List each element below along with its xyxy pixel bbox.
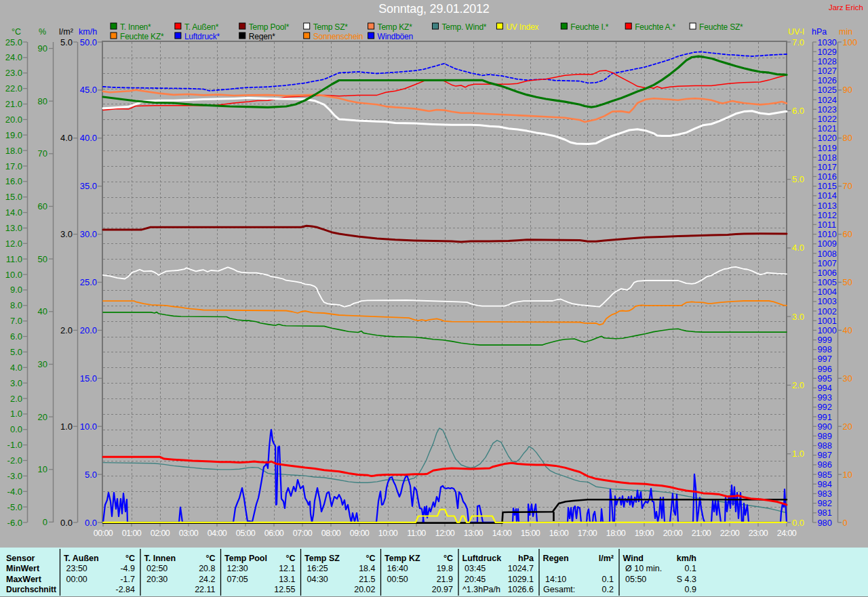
- svg-text:Temp SZ: Temp SZ: [304, 554, 340, 563]
- svg-text:7.0: 7.0: [10, 316, 22, 326]
- svg-text:21.0: 21.0: [5, 99, 22, 109]
- svg-text:1023: 1023: [818, 104, 837, 115]
- svg-text:Sonntag, 29.01.2012: Sonntag, 29.01.2012: [378, 2, 490, 16]
- svg-text:Temp Pool: Temp Pool: [224, 554, 267, 563]
- svg-text:12.0: 12.0: [5, 239, 22, 249]
- svg-text:Feuchte A.*: Feuchte A.*: [635, 22, 675, 32]
- svg-text:18.4: 18.4: [359, 564, 375, 573]
- svg-text:17.0: 17.0: [5, 161, 22, 171]
- svg-text:04:30: 04:30: [307, 575, 328, 584]
- svg-text:90: 90: [38, 43, 47, 54]
- svg-text:05:50: 05:50: [625, 575, 646, 584]
- svg-text:10.0: 10.0: [5, 270, 22, 280]
- svg-text:0.2: 0.2: [602, 585, 614, 594]
- svg-text:20.8: 20.8: [199, 564, 215, 573]
- svg-text:hPa: hPa: [518, 554, 534, 563]
- svg-text:999: 999: [818, 335, 832, 345]
- svg-text:16:25: 16:25: [307, 564, 328, 573]
- svg-text:Temp. Wind*: Temp. Wind*: [442, 22, 487, 32]
- svg-text:20.0: 20.0: [80, 325, 97, 335]
- svg-text:1007: 1007: [818, 258, 837, 268]
- svg-text:07:05: 07:05: [227, 575, 248, 584]
- svg-text:25.0: 25.0: [80, 277, 97, 287]
- svg-text:8.0: 8.0: [10, 300, 22, 310]
- svg-text:-3.0: -3.0: [7, 471, 22, 481]
- svg-text:984: 984: [818, 479, 832, 489]
- svg-text:1013: 1013: [818, 201, 837, 211]
- svg-text:10: 10: [38, 464, 47, 474]
- svg-text:987: 987: [818, 450, 832, 460]
- svg-text:Regen: Regen: [543, 554, 569, 563]
- svg-text:Feuchte I.*: Feuchte I.*: [570, 22, 608, 32]
- svg-text:1029: 1029: [818, 47, 837, 57]
- svg-text:^1.3hPa/h: ^1.3hPa/h: [462, 585, 500, 594]
- svg-text:-4.9: -4.9: [120, 564, 135, 573]
- svg-text:UV-I: UV-I: [788, 27, 804, 37]
- svg-text:12:30: 12:30: [227, 564, 248, 573]
- svg-text:1006: 1006: [818, 268, 837, 278]
- svg-text:19.8: 19.8: [437, 564, 453, 573]
- svg-text:980: 980: [818, 518, 832, 528]
- svg-text:°C: °C: [366, 554, 375, 563]
- svg-text:20.0: 20.0: [5, 115, 22, 125]
- svg-text:13:00: 13:00: [464, 529, 484, 538]
- svg-text:986: 986: [818, 459, 832, 470]
- svg-text:990: 990: [818, 421, 832, 432]
- svg-text:1028: 1028: [818, 56, 837, 66]
- svg-text:1003: 1003: [818, 296, 837, 306]
- svg-text:5.0: 5.0: [792, 174, 804, 184]
- svg-text:30: 30: [843, 373, 852, 384]
- svg-text:T. Außen: T. Außen: [64, 554, 99, 563]
- svg-text:1002: 1002: [818, 306, 837, 316]
- svg-text:23.0: 23.0: [5, 68, 22, 78]
- svg-text:0.1: 0.1: [602, 575, 614, 584]
- svg-text:2.0: 2.0: [792, 380, 804, 390]
- svg-text:l/m²: l/m²: [59, 27, 73, 37]
- svg-text:Jarz Erich: Jarz Erich: [829, 3, 863, 12]
- svg-text:-2.84: -2.84: [116, 585, 136, 594]
- svg-text:20: 20: [843, 421, 852, 432]
- svg-text:1019: 1019: [818, 143, 837, 153]
- svg-text:60: 60: [38, 201, 47, 211]
- svg-text:Sensor: Sensor: [6, 554, 35, 563]
- svg-text:0.0: 0.0: [85, 518, 97, 528]
- svg-text:1.0: 1.0: [60, 421, 73, 432]
- svg-text:Luftdruck*: Luftdruck*: [184, 32, 220, 41]
- svg-text:Regen*: Regen*: [249, 32, 275, 41]
- svg-text:50: 50: [843, 277, 852, 287]
- svg-text:Ø 10 min.: Ø 10 min.: [625, 564, 662, 573]
- svg-text:985: 985: [818, 470, 832, 480]
- svg-text:90: 90: [843, 85, 852, 95]
- svg-text:21:00: 21:00: [692, 529, 711, 538]
- svg-text:1015: 1015: [818, 181, 837, 191]
- svg-text:16.0: 16.0: [5, 176, 22, 186]
- svg-text:-1.7: -1.7: [120, 575, 135, 584]
- svg-text:00:00: 00:00: [66, 575, 87, 584]
- svg-text:min: min: [839, 27, 852, 37]
- svg-text:11:00: 11:00: [407, 529, 426, 538]
- svg-text:1008: 1008: [818, 249, 837, 259]
- svg-text:1004: 1004: [818, 287, 837, 297]
- svg-text:19:00: 19:00: [635, 529, 654, 538]
- svg-text:35.0: 35.0: [80, 181, 97, 191]
- svg-text:11.0: 11.0: [6, 254, 22, 264]
- svg-text:MinWert: MinWert: [6, 564, 40, 573]
- svg-text:l/m²: l/m²: [599, 554, 614, 563]
- svg-text:14:00: 14:00: [492, 529, 512, 538]
- svg-text:23:00: 23:00: [749, 529, 768, 538]
- svg-text:Wind: Wind: [623, 554, 644, 563]
- svg-text:9.0: 9.0: [10, 285, 22, 295]
- svg-text:20:00: 20:00: [663, 529, 683, 538]
- svg-text:70: 70: [38, 148, 47, 159]
- svg-text:Temp KZ: Temp KZ: [384, 554, 420, 563]
- svg-text:08:00: 08:00: [321, 529, 341, 538]
- svg-text:1017: 1017: [818, 162, 837, 172]
- svg-text:18:00: 18:00: [606, 529, 626, 538]
- svg-text:20.02: 20.02: [354, 585, 375, 594]
- svg-text:997: 997: [818, 354, 832, 364]
- svg-text:20:45: 20:45: [465, 575, 486, 584]
- svg-text:24.0: 24.0: [5, 52, 22, 62]
- svg-text:1001: 1001: [818, 316, 837, 326]
- svg-text:40: 40: [843, 325, 852, 335]
- svg-text:UV Index: UV Index: [506, 22, 538, 32]
